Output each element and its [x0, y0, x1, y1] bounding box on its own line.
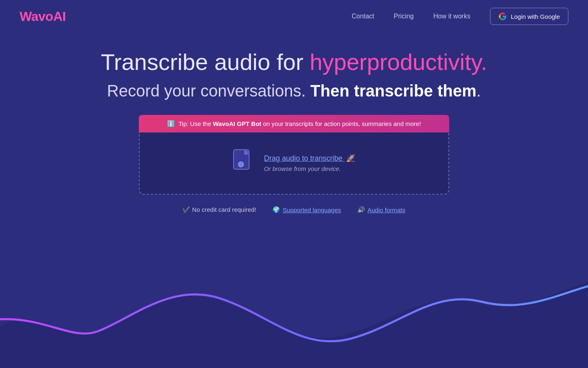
supported-languages-label: Supported languages: [283, 206, 341, 213]
audio-file-icon: [233, 149, 254, 177]
tip-text-after: on your transcripts for action points, s…: [261, 120, 421, 127]
drop-zone-wrapper: Drag audio to transcribe 🚀 Or browse fro…: [139, 132, 449, 195]
browse-device-text: Or browse from your device.: [264, 165, 341, 172]
audio-formats-label: Audio formats: [368, 206, 405, 213]
tip-banner: ℹ️ Tip: Use the WavoAI GPT Bot on your t…: [139, 115, 449, 132]
tip-bold-text: WavoAI GPT Bot: [213, 120, 261, 127]
features-row: ✔️ No credit card required! 🌍 Supported …: [8, 206, 580, 213]
logo[interactable]: WavoAI: [20, 9, 66, 24]
globe-emoji: 🌍: [272, 206, 280, 213]
wave-decoration: [0, 237, 588, 368]
navbar: WavoAI Contact Pricing How it works Logi…: [0, 0, 588, 33]
drag-audio-link[interactable]: Drag audio to transcribe 🚀: [264, 154, 355, 163]
google-icon: [499, 12, 507, 20]
audio-emoji: 🔊: [357, 206, 365, 213]
hero-headline: Transcribe audio for hyperproductivity.: [8, 49, 580, 75]
subheadline-part1: Record your conversations.: [107, 82, 310, 100]
headline-accent: hyperproductivity.: [310, 49, 487, 75]
nav-links: Contact Pricing How it works Login with …: [352, 8, 568, 25]
supported-languages-link[interactable]: Supported languages: [283, 206, 341, 213]
audio-formats-feature: 🔊 Audio formats: [357, 206, 405, 213]
hero-subheadline: Record your conversations. Then transcri…: [8, 82, 580, 100]
logo-text-wavo: Wavo: [20, 9, 53, 24]
supported-languages-feature: 🌍 Supported languages: [272, 206, 341, 213]
no-credit-card-text: ✔️ No credit card required!: [183, 206, 256, 213]
tip-icon: ℹ️: [167, 120, 175, 128]
login-button-label: Login with Google: [511, 13, 560, 20]
drop-zone-text: Drag audio to transcribe 🚀 Or browse fro…: [264, 154, 355, 173]
nav-pricing[interactable]: Pricing: [394, 13, 414, 20]
tip-text: Tip: Use the WavoAI GPT Bot on your tran…: [178, 120, 421, 127]
nav-contact[interactable]: Contact: [352, 13, 374, 20]
nav-how-it-works[interactable]: How it works: [433, 13, 470, 20]
hero-section: Transcribe audio for hyperproductivity. …: [0, 33, 588, 213]
rocket-emoji: 🚀: [346, 154, 355, 162]
drop-zone[interactable]: Drag audio to transcribe 🚀 Or browse fro…: [139, 132, 449, 195]
audio-formats-link[interactable]: Audio formats: [368, 206, 405, 213]
subheadline-part2: .: [477, 82, 481, 100]
login-with-google-button[interactable]: Login with Google: [490, 8, 568, 25]
subheadline-bold: Then transcribe them: [310, 82, 477, 100]
tip-text-before: Tip: Use the: [178, 120, 213, 127]
no-credit-card-feature: ✔️ No credit card required!: [183, 206, 256, 213]
drag-audio-label: Drag audio to transcribe: [264, 154, 342, 162]
headline-text: Transcribe audio for: [101, 49, 310, 75]
logo-text-ai: AI: [53, 9, 66, 24]
